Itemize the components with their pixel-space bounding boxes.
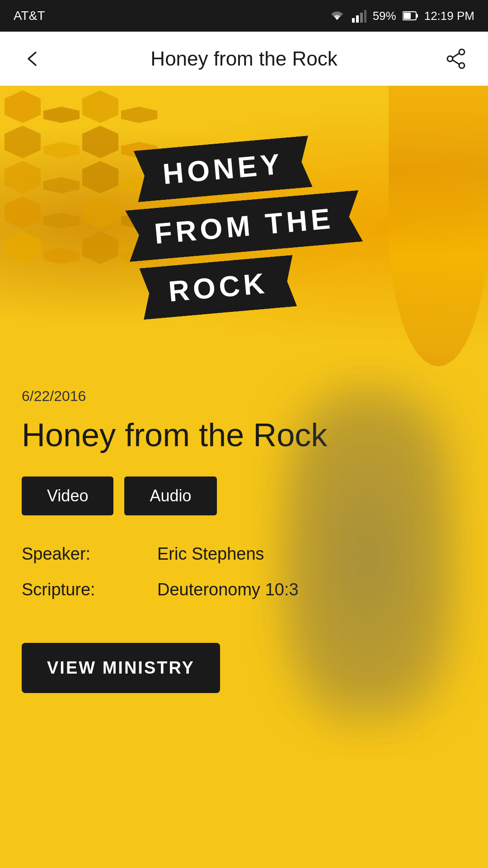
signal-icon: [352, 9, 366, 23]
svg-line-10: [453, 53, 459, 57]
ribbon-line2: FROM THE: [153, 202, 335, 250]
svg-point-7: [459, 49, 465, 55]
audio-button[interactable]: Audio: [124, 476, 216, 515]
svg-rect-5: [416, 14, 418, 18]
speaker-label: Speaker:: [22, 544, 121, 564]
svg-point-8: [459, 63, 465, 68]
speaker-value: Eric Stephens: [157, 544, 264, 564]
video-button[interactable]: Video: [22, 476, 113, 515]
time-label: 12:19 PM: [424, 9, 474, 23]
wifi-icon: [328, 9, 346, 23]
page-title: Honey from the Rock: [57, 47, 431, 70]
status-bar: AT&T 59% 12:19 PM: [0, 0, 488, 32]
content-area: 6/22/2016 Honey from the Rock Video Audi…: [0, 366, 488, 868]
scripture-label: Scripture:: [22, 580, 121, 599]
status-icons: 59% 12:19 PM: [328, 9, 474, 23]
hero-banner: HONEY FROM THE ROCK: [0, 86, 488, 366]
ribbon-line1: HONEY: [161, 147, 285, 190]
svg-point-9: [447, 56, 453, 61]
svg-line-11: [453, 60, 459, 64]
ribbon-line3: ROCK: [167, 267, 269, 308]
svg-rect-0: [352, 18, 355, 23]
view-ministry-button[interactable]: VIEW MINISTRY: [22, 643, 220, 693]
ribbon-logo: HONEY FROM THE ROCK: [120, 132, 368, 321]
svg-rect-1: [356, 15, 359, 23]
battery-icon: [403, 11, 418, 21]
svg-rect-3: [364, 10, 366, 23]
share-button[interactable]: [440, 43, 472, 75]
svg-rect-2: [360, 13, 363, 23]
carrier-label: AT&T: [14, 9, 45, 23]
app-bar: Honey from the Rock: [0, 32, 488, 86]
battery-label: 59%: [373, 9, 396, 23]
silhouette-blur: [289, 393, 452, 710]
svg-rect-6: [404, 13, 411, 19]
back-button[interactable]: [16, 43, 48, 75]
